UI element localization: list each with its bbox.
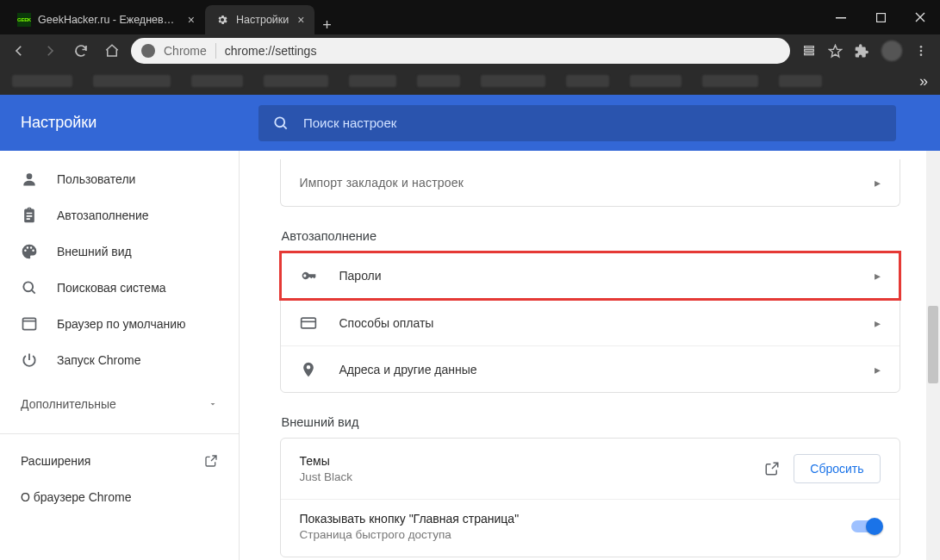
home-button-label: Показывать кнопку "Главная страница" [300,512,520,526]
sidebar-item-people[interactable]: Пользователи [0,161,239,197]
bookmark-item[interactable] [630,75,682,87]
url-path: chrome://settings [225,44,317,58]
sidebar-item-label: Запуск Chrome [57,353,140,367]
bookmark-star-icon[interactable] [828,44,843,59]
open-external-icon[interactable] [764,461,780,476]
menu-icon[interactable] [914,44,928,58]
chevron-right-icon: ▸ [875,269,881,283]
sidebar-advanced-toggle[interactable]: Дополнительные [0,383,239,425]
sidebar-about-link[interactable]: О браузере Chrome [0,479,239,515]
settings-content: Импорт закладок и настроек ▸ Автозаполне… [240,151,940,560]
sidebar-item-label: Пользователи [57,172,135,186]
window-titlebar: GEEK GeekHacker.ru - Ежедневный жу × Нас… [0,0,940,34]
row-label: Пароли [339,269,382,283]
bookmark-item[interactable] [349,75,396,87]
themes-row[interactable]: Темы Just Black Сбросить [281,439,900,499]
bookmark-item[interactable] [12,75,72,87]
bookmark-item[interactable] [566,75,609,87]
reload-button[interactable] [69,39,93,63]
bookmark-item[interactable] [481,75,545,87]
clipboard-icon [21,207,38,224]
separator [0,433,239,434]
settings-header: Настройки [0,95,940,151]
browser-tab-active[interactable]: Настройки × [205,5,314,34]
chevron-right-icon: ▸ [875,363,881,376]
bookmark-item[interactable] [191,75,243,87]
row-label: Адреса и другие данные [339,363,477,376]
bookmarks-overflow-icon[interactable]: » [919,72,928,90]
settings-main: Пользователи Автозаполнение Внешний вид … [0,151,940,560]
svg-point-8 [275,117,284,127]
separator [215,43,216,59]
row-label: Способы оплаты [339,316,434,330]
close-icon[interactable]: × [188,13,195,27]
bookmark-item[interactable] [702,75,758,87]
key-icon [300,267,317,284]
close-window-button[interactable] [900,0,940,34]
appearance-card: Темы Just Black Сбросить Показывать кноп… [280,438,900,557]
site-identity-icon [141,44,155,58]
scrollbar-thumb[interactable] [928,306,938,383]
forward-button[interactable] [38,39,62,63]
maximize-button[interactable] [861,0,900,34]
power-icon [21,352,38,369]
bookmark-item[interactable] [417,75,460,87]
tab-title: Настройки [236,14,289,26]
svg-rect-1 [876,13,885,22]
bookmark-item[interactable] [93,75,171,87]
sidebar-advanced-label: Дополнительные [21,397,116,411]
browser-tab[interactable]: GEEK GeekHacker.ru - Ежедневный жу × [7,5,205,34]
svg-point-9 [27,173,33,179]
url-product: Chrome [164,44,207,58]
home-button-sub: Страница быстрого доступа [300,528,520,541]
svg-rect-11 [23,318,36,329]
chevron-down-icon [208,399,218,409]
vertical-scrollbar[interactable] [926,151,940,560]
home-button[interactable] [100,39,124,63]
autofill-card: Пароли ▸ Способы оплаты ▸ Адреса и други… [280,252,900,393]
window-controls [821,0,940,34]
reading-list-icon[interactable] [802,44,816,58]
addresses-row[interactable]: Адреса и другие данные ▸ [281,345,900,392]
bookmarks-bar: » [0,67,940,95]
chevron-right-icon: ▸ [875,316,881,330]
location-icon [300,361,317,378]
home-button-row[interactable]: Показывать кнопку "Главная страница" Стр… [281,499,900,557]
sidebar-item-default-browser[interactable]: Браузер по умолчанию [0,306,239,342]
sidebar-item-search[interactable]: Поисковая система [0,270,239,306]
row-label: Импорт закладок и настроек [300,176,464,190]
sidebar-extensions-link[interactable]: Расширения [0,443,239,479]
palette-icon [21,243,38,260]
tab-strip: GEEK GeekHacker.ru - Ежедневный жу × Нас… [0,0,821,34]
svg-rect-0 [836,17,846,19]
bookmark-item[interactable] [779,75,822,87]
minimize-button[interactable] [821,0,861,34]
person-icon [21,171,38,188]
svg-point-7 [920,53,923,56]
profile-icon[interactable] [881,40,902,61]
address-bar[interactable]: Chrome chrome://settings [131,38,790,64]
themes-label: Темы [300,454,353,468]
passwords-row[interactable]: Пароли ▸ [281,252,900,299]
payment-row[interactable]: Способы оплаты ▸ [281,299,900,345]
settings-search[interactable] [258,105,896,141]
import-card: Импорт закладок и настроек ▸ [280,159,900,207]
sidebar-item-label: Браузер по умолчанию [57,317,186,331]
svg-point-10 [23,282,33,291]
extensions-icon[interactable] [855,44,869,59]
import-row[interactable]: Импорт закладок и настроек ▸ [281,159,900,206]
toggle-switch[interactable] [851,520,881,532]
bookmark-item[interactable] [264,75,328,87]
open-external-icon [204,454,218,468]
themes-value: Just Black [300,470,353,483]
new-tab-button[interactable]: + [314,16,339,34]
sidebar-item-autofill[interactable]: Автозаполнение [0,197,239,233]
search-input[interactable] [303,115,882,130]
sidebar-item-appearance[interactable]: Внешний вид [0,233,239,270]
reset-theme-button[interactable]: Сбросить [794,454,880,483]
back-button[interactable] [7,39,31,63]
close-icon[interactable]: × [297,13,304,27]
chevron-right-icon: ▸ [875,176,881,190]
sidebar-item-onstartup[interactable]: Запуск Chrome [0,342,239,378]
svg-point-6 [920,50,923,53]
